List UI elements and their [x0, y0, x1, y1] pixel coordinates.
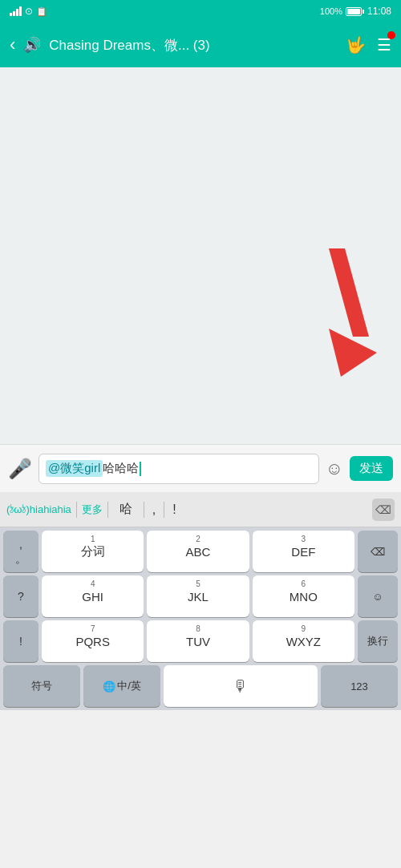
- chat-title: Chasing Dreams、微... (3): [49, 36, 338, 55]
- punct-period[interactable]: 。: [15, 553, 26, 564]
- suggestion-phrase[interactable]: (ঠωঠ)hiahiahia: [6, 503, 71, 516]
- menu-button[interactable]: ☰: [377, 35, 391, 55]
- suggestion-char1[interactable]: 哈: [113, 501, 139, 518]
- num-label: 123: [350, 680, 368, 692]
- mention-tag: @微笑girl: [46, 460, 103, 477]
- keyboard-row-1: , 。 1 分词 2 ABC 3 DEF ⌫: [3, 531, 398, 572]
- emoji-key[interactable]: ☺: [358, 575, 398, 617]
- suggestion-delete-button[interactable]: ⌫: [372, 499, 395, 521]
- key-9[interactable]: 9 WXYZ: [253, 620, 354, 662]
- key-5[interactable]: 5 JKL: [147, 575, 249, 617]
- back-button[interactable]: ‹: [10, 34, 15, 55]
- punct-comma[interactable]: ,: [19, 539, 22, 550]
- status-bar: ⊙ 📋 100% 11:08: [0, 0, 401, 22]
- symbol-label: 符号: [31, 679, 52, 693]
- divider1: [76, 502, 77, 518]
- lang-label: 中/英: [117, 679, 141, 693]
- battery-percent: 100%: [320, 6, 342, 16]
- divider3: [144, 502, 144, 518]
- key-6[interactable]: 6 MNO: [253, 575, 354, 617]
- input-text: 哈哈哈: [103, 461, 139, 476]
- header-actions: 🤟 ☰: [346, 35, 391, 55]
- wifi-icon: ⊙: [25, 6, 33, 17]
- header: ‹ 🔊 Chasing Dreams、微... (3) 🤟 ☰: [0, 22, 401, 67]
- divider4: [164, 502, 164, 518]
- emoji-key-icon: ☺: [372, 591, 383, 603]
- hand-icon[interactable]: 🤟: [346, 35, 366, 55]
- suggestion-bar: (ঠωঠ)hiahiahia 更多 哈 , ! ⌫: [0, 492, 401, 527]
- audio-icon: 🔊: [23, 36, 41, 54]
- enter-key[interactable]: 换行: [358, 620, 398, 662]
- punct-exclaim[interactable]: !: [19, 636, 22, 647]
- lang-key[interactable]: 🌐 中/英: [83, 665, 160, 707]
- delete-icon: ⌫: [371, 546, 385, 558]
- globe-icon: 🌐: [103, 680, 115, 692]
- input-bar: 🎤 @微笑girl 哈哈哈 ☺ 发送: [0, 444, 401, 492]
- delete-key[interactable]: ⌫: [358, 531, 398, 572]
- cursor: [140, 462, 141, 476]
- sim-icon: 📋: [36, 6, 47, 17]
- red-arrow: [305, 248, 385, 377]
- keyboard-bottom-row: 符号 🌐 中/英 🎙 123: [3, 665, 398, 707]
- key-1[interactable]: 1 分词: [42, 531, 144, 572]
- punct-column-3: !: [3, 620, 38, 662]
- key-8[interactable]: 8 TUV: [147, 620, 249, 662]
- svg-marker-0: [329, 248, 369, 337]
- menu-badge: [387, 31, 395, 39]
- status-left: ⊙ 📋: [10, 6, 47, 17]
- key-3[interactable]: 3 DEF: [253, 531, 354, 572]
- suggestion-exclaim[interactable]: !: [169, 503, 179, 517]
- keyboard-row-3: ! 7 PQRS 8 TUV 9 WXYZ 换行: [3, 620, 398, 662]
- space-mic-icon: 🎙: [233, 677, 249, 696]
- chat-area: [0, 67, 401, 444]
- punct-column-2: ?: [3, 575, 38, 617]
- input-field[interactable]: @微笑girl 哈哈哈: [38, 454, 319, 484]
- time-display: 11:08: [367, 6, 391, 17]
- key-4[interactable]: 4 GHI: [42, 575, 144, 617]
- suggestion-comma[interactable]: ,: [149, 503, 159, 517]
- divider2: [107, 502, 108, 518]
- more-button[interactable]: 更多: [82, 503, 103, 517]
- punct-question[interactable]: ?: [18, 591, 24, 602]
- key-7[interactable]: 7 PQRS: [42, 620, 144, 662]
- enter-label: 换行: [367, 634, 388, 648]
- battery-icon: [346, 7, 364, 16]
- mic-button[interactable]: 🎤: [8, 458, 32, 480]
- punct-column: , 。: [3, 531, 38, 572]
- signal-icon: [10, 6, 22, 16]
- status-right: 100% 11:08: [320, 6, 391, 17]
- key-2[interactable]: 2 ABC: [147, 531, 249, 572]
- space-key[interactable]: 🎙: [164, 665, 318, 707]
- send-button[interactable]: 发送: [350, 456, 393, 481]
- num-key[interactable]: 123: [321, 665, 398, 707]
- keyboard-row-2: ? 4 GHI 5 JKL 6 MNO ☺: [3, 575, 398, 617]
- symbol-key[interactable]: 符号: [3, 665, 80, 707]
- emoji-button[interactable]: ☺: [326, 458, 343, 479]
- keyboard: , 。 1 分词 2 ABC 3 DEF ⌫ ? 4 GHI 5: [0, 527, 401, 710]
